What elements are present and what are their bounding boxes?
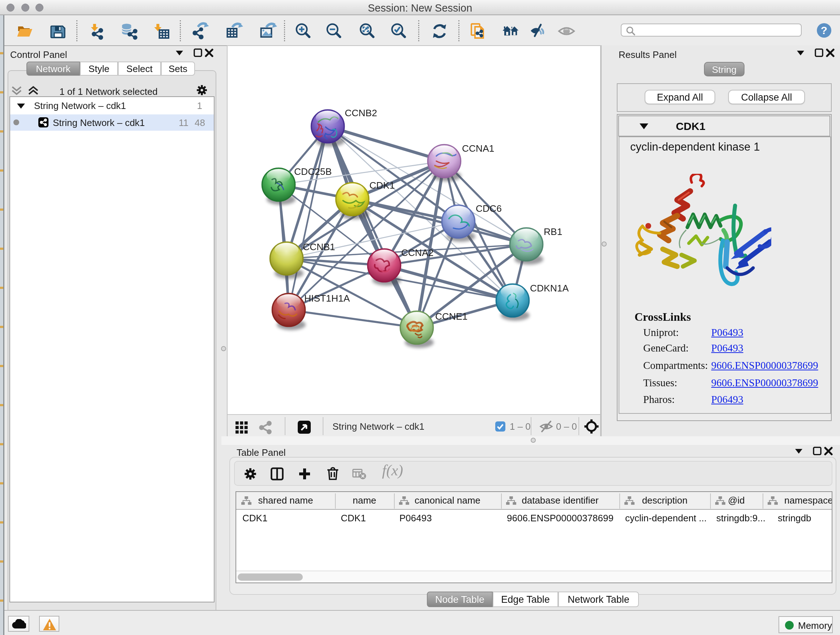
svg-text:?: ?	[821, 24, 827, 36]
svg-text:CDKN1A: CDKN1A	[530, 283, 569, 294]
svg-text:HIST1H1A: HIST1H1A	[304, 293, 350, 304]
svg-text:RB1: RB1	[544, 226, 562, 237]
svg-text:CDC25B: CDC25B	[294, 166, 332, 177]
svg-text:CCNE1: CCNE1	[435, 311, 467, 322]
svg-text:CCNA2: CCNA2	[401, 247, 433, 258]
svg-text:CDC6: CDC6	[476, 203, 502, 214]
svg-text:CCNB2: CCNB2	[345, 108, 377, 119]
svg-text:CDK1: CDK1	[369, 180, 395, 191]
svg-text:CCNA1: CCNA1	[462, 143, 494, 154]
svg-text:CCNB1: CCNB1	[303, 241, 335, 252]
